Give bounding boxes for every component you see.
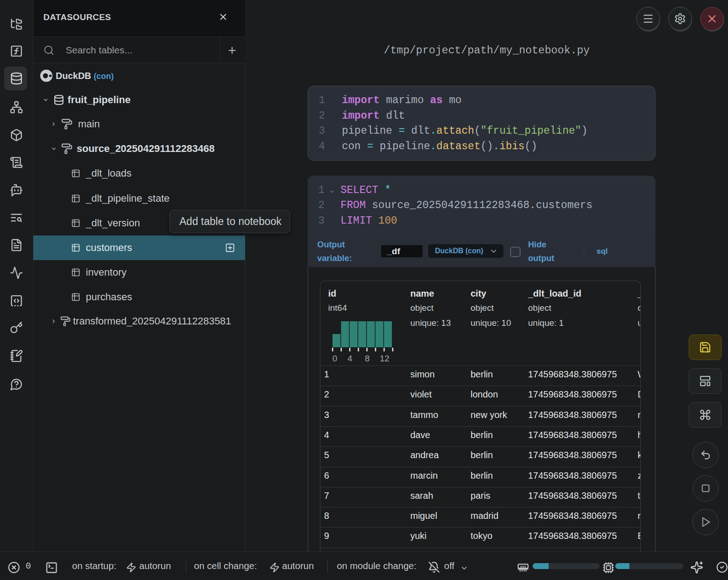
svg-text:4: 4 [347,354,352,363]
svg-text:8: 8 [365,354,370,363]
svg-text:12: 12 [380,354,389,363]
svg-text:0: 0 [332,354,337,363]
